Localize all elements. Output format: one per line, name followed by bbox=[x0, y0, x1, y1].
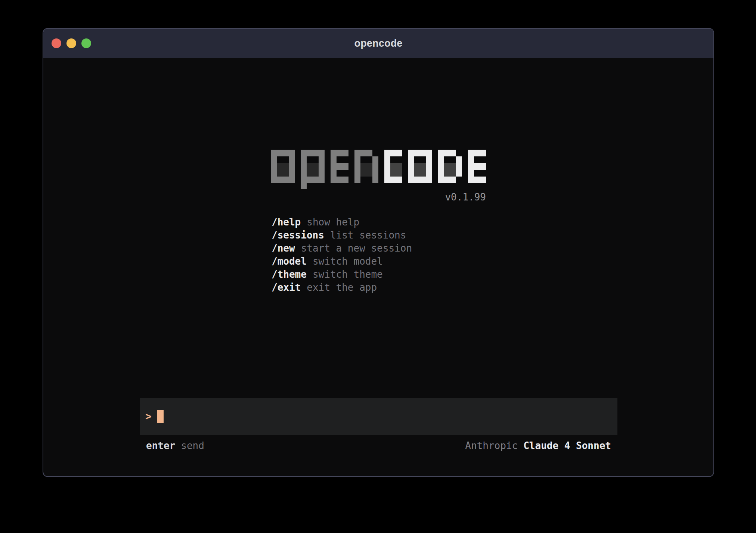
command-name: /sessions bbox=[272, 230, 324, 241]
minimize-button[interactable] bbox=[66, 38, 76, 48]
close-button[interactable] bbox=[52, 38, 61, 48]
version-label: v0.1.99 bbox=[271, 191, 486, 204]
command-description: exit the app bbox=[307, 282, 377, 293]
command-row: /modelswitch model bbox=[272, 255, 412, 268]
titlebar[interactable]: opencode bbox=[43, 29, 713, 58]
command-row: /themeswitch theme bbox=[272, 268, 412, 281]
command-name: /new bbox=[272, 243, 295, 254]
command-list: /helpshow help /sessionslist sessions /n… bbox=[272, 216, 412, 294]
status-bar: entersend AnthropicClaude 4 Sonnet bbox=[140, 439, 617, 452]
model-provider: Anthropic bbox=[465, 440, 518, 451]
model-name: Claude 4 Sonnet bbox=[523, 440, 611, 451]
command-name: /help bbox=[272, 216, 301, 228]
command-name: /exit bbox=[272, 282, 301, 293]
command-row: /newstart a new session bbox=[272, 242, 412, 255]
key-hint-action: send bbox=[181, 440, 204, 451]
traffic-lights bbox=[52, 29, 91, 58]
window-title: opencode bbox=[354, 38, 402, 49]
command-description: list sessions bbox=[330, 230, 406, 241]
command-description: show help bbox=[307, 216, 359, 228]
command-row: /helpshow help bbox=[272, 216, 412, 229]
message-input[interactable]: > bbox=[140, 398, 617, 435]
key-hint-key: enter bbox=[146, 440, 175, 451]
prompt-symbol: > bbox=[145, 411, 152, 422]
terminal-area: v0.1.99 /helpshow help /sessionslist ses… bbox=[43, 58, 713, 477]
opencode-window: opencode v0.1.99 /helpshow help /session… bbox=[43, 28, 714, 477]
command-name: /model bbox=[272, 256, 307, 267]
command-description: switch model bbox=[313, 256, 383, 267]
command-name: /theme bbox=[272, 269, 307, 280]
command-description: start a new session bbox=[301, 243, 412, 254]
command-description: switch theme bbox=[313, 269, 383, 280]
opencode-logo-icon bbox=[271, 150, 486, 191]
model-indicator: AnthropicClaude 4 Sonnet bbox=[465, 439, 611, 452]
text-cursor bbox=[157, 410, 164, 423]
maximize-button[interactable] bbox=[81, 38, 91, 48]
command-row: /exitexit the app bbox=[272, 281, 412, 294]
command-row: /sessionslist sessions bbox=[272, 229, 412, 242]
key-hint: entersend bbox=[146, 439, 204, 452]
